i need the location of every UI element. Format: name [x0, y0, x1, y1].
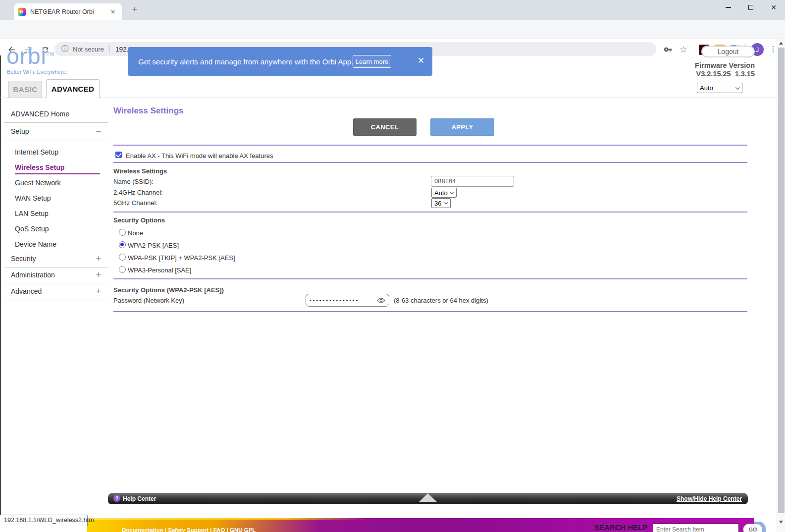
sidebar-divider	[4, 122, 108, 123]
orbi-logo-tm: TM	[47, 52, 54, 57]
password-hint: (8-63 characters or 64 hex digits)	[394, 297, 488, 304]
sidebar-item-internet-setup[interactable]: Internet Setup	[0, 148, 108, 158]
orbi-tagline: Better WiFi. Everywhere.	[7, 69, 67, 75]
help-search-input[interactable]	[653, 524, 739, 532]
scroll-up-icon[interactable]	[779, 42, 783, 45]
password-label: Password (Network Key)	[113, 297, 184, 304]
sidebar-item-label: Advanced	[11, 287, 42, 295]
radio-wpa-wpa2-mixed[interactable]	[119, 254, 126, 261]
apply-button[interactable]: APPLY	[430, 118, 494, 136]
security-options-heading: Security Options	[113, 216, 165, 224]
wireless-settings-heading: Wireless Settings	[113, 167, 167, 175]
channel-24-label: 2.4GHz Channel:	[113, 189, 163, 196]
close-window-button[interactable]: ✕	[762, 0, 785, 15]
sidebar-item-wan-setup[interactable]: WAN Setup	[0, 194, 108, 204]
radio-wpa-wpa2-mixed-label[interactable]: WPA-PSK [TKIP] + WPA2-PSK [AES]	[128, 254, 235, 262]
sidebar-divider	[4, 141, 108, 141]
show-hide-help-link[interactable]: Show/Hide Help Center	[677, 495, 742, 502]
password-section-heading: Security Options (WPA2-PSK [AES])	[113, 286, 224, 294]
maximize-button[interactable]	[739, 0, 762, 15]
expand-plus-icon[interactable]: +	[96, 286, 101, 297]
section-divider	[113, 212, 747, 213]
browser-tab-strip: N NETGEAR Router Orbi ✕ + ✕	[0, 0, 785, 20]
tab-title: NETGEAR Router Orbi	[30, 8, 108, 15]
sidebar-item-advanced-home[interactable]: ADVANCED Home	[0, 110, 108, 120]
section-divider	[113, 311, 747, 312]
enable-ax-label: Enable AX - This WiFi mode will enable A…	[126, 152, 273, 160]
sidebar-item-qos-setup[interactable]: QoS Setup	[0, 225, 108, 235]
footer-links[interactable]: Documentation | Safety Support | FAQ | G…	[122, 527, 256, 532]
bookmark-star-button[interactable]: ☆	[678, 44, 689, 55]
ssid-input[interactable]: ORBI04	[431, 176, 514, 187]
help-question-icon: ?	[113, 495, 120, 502]
channel-5-label: 5GHz Channel:	[113, 199, 157, 207]
sidebar-item-setup[interactable]: Setup −	[0, 127, 108, 137]
sidebar-divider	[4, 300, 108, 300]
language-select-value: Auto	[700, 84, 713, 92]
password-key-button[interactable]	[663, 44, 674, 55]
firmware-version-label: Firmware Version	[695, 61, 755, 70]
radio-wpa2-psk[interactable]	[119, 241, 126, 248]
tab-advanced[interactable]: ADVANCED	[46, 79, 100, 98]
channel-24-select[interactable]: Auto	[431, 188, 457, 198]
minimize-icon	[726, 7, 731, 8]
expand-plus-icon[interactable]: +	[96, 254, 101, 264]
screen: N NETGEAR Router Orbi ✕ + ✕ ⓘ Not secure…	[0, 0, 785, 532]
browser-menu-button[interactable]: ⋮	[769, 44, 777, 53]
browser-toolbar: ⓘ Not secure 192.168.1.1/start.htm ☆ a J…	[0, 20, 785, 39]
tab-basic[interactable]: BASIC	[8, 81, 42, 98]
search-go-button[interactable]: GO	[743, 524, 763, 532]
cancel-button[interactable]: CANCEL	[353, 118, 417, 136]
logout-button[interactable]: Logout	[701, 46, 755, 57]
sidebar-item-administration[interactable]: Administration +	[0, 271, 108, 281]
sidebar-item-device-name[interactable]: Device Name	[0, 240, 108, 250]
status-url-bubble: 192.168.1.1/WLG_wireless2.htm	[0, 515, 88, 526]
section-divider	[113, 145, 747, 146]
scroll-down-icon[interactable]	[779, 521, 783, 524]
sidebar-item-security[interactable]: Security +	[0, 255, 108, 265]
scrollbar-thumb[interactable]	[778, 48, 785, 513]
new-tab-button[interactable]: +	[129, 4, 141, 15]
sidebar-item-label: Administration	[11, 271, 55, 279]
banner-close-icon[interactable]: ✕	[418, 55, 424, 66]
show-password-eye-icon[interactable]	[377, 296, 385, 305]
orbi-app-banner: Get security alerts and manage from anyw…	[128, 47, 432, 76]
channel-24-value: Auto	[434, 189, 448, 197]
maximize-icon	[748, 5, 753, 10]
orbi-logo: orbiTM	[6, 43, 54, 69]
chevron-down-icon	[735, 85, 739, 89]
omnibox-divider	[109, 45, 110, 53]
not-secure-label: Not secure	[73, 46, 104, 53]
channel-5-select[interactable]: 36	[431, 198, 451, 208]
tab-close-icon[interactable]: ✕	[108, 8, 118, 16]
radio-none-label[interactable]: None	[128, 229, 143, 237]
enable-ax-checkbox[interactable]	[115, 152, 122, 158]
radio-wpa2-psk-label[interactable]: WPA2-PSK [AES]	[128, 242, 179, 249]
ssid-label: Name (SSID):	[113, 178, 154, 185]
sidebar-item-label: Setup	[11, 127, 29, 135]
help-center-label: Help Center	[123, 495, 156, 502]
sidebar-item-guest-network[interactable]: Guest Network	[0, 179, 108, 189]
page-scrollbar[interactable]	[777, 39, 785, 532]
expand-plus-icon[interactable]: +	[96, 270, 101, 280]
radio-wpa3-personal-label[interactable]: WPA3-Personal [SAE]	[128, 266, 191, 274]
radio-wpa3-personal[interactable]	[119, 266, 126, 273]
learn-more-button[interactable]: Learn more	[353, 55, 391, 68]
sidebar-item-label: Security	[11, 255, 36, 263]
radio-none[interactable]	[119, 229, 126, 236]
page-title: Wireless Settings	[113, 106, 184, 116]
help-center-bar: ? Help Center Show/Hide Help Center	[108, 493, 748, 504]
browser-tab[interactable]: N NETGEAR Router Orbi ✕	[14, 3, 122, 20]
collapse-triangle-icon[interactable]	[419, 493, 437, 502]
section-divider	[113, 278, 747, 279]
sidebar-item-wireless-setup[interactable]: Wireless Setup	[0, 163, 108, 173]
language-select[interactable]: Auto	[697, 83, 742, 93]
minimize-button[interactable]	[717, 0, 739, 15]
collapse-minus-icon[interactable]: −	[96, 126, 101, 137]
netgear-favicon-icon: N	[18, 8, 26, 16]
info-icon[interactable]: ⓘ	[61, 45, 68, 53]
sidebar-item-lan-setup[interactable]: LAN Setup	[0, 210, 108, 219]
window-controls: ✕	[717, 0, 785, 15]
sidebar-item-advanced[interactable]: Advanced +	[0, 287, 108, 297]
password-input[interactable]: •••••••••••••••	[306, 294, 389, 307]
